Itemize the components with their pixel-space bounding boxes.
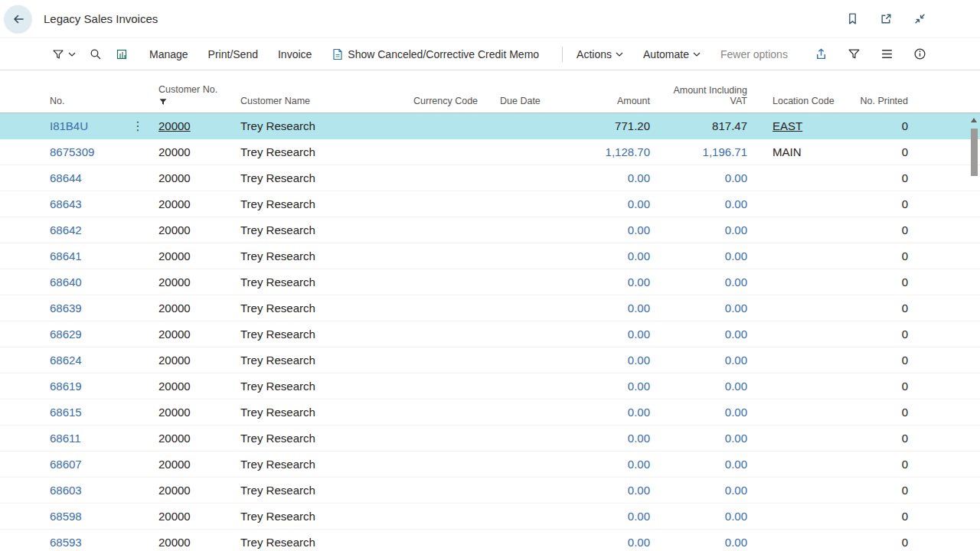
scrollbar-thumb[interactable] (971, 129, 978, 176)
amount-link[interactable]: 0.00 (628, 406, 650, 419)
column-header-amount-including-vat[interactable]: Amount Including VAT (652, 85, 749, 112)
share-icon[interactable] (811, 44, 831, 64)
amount-including-vat-link[interactable]: 0.00 (725, 484, 747, 497)
customer-no-value[interactable]: 20000 (158, 328, 191, 341)
amount-including-vat-link[interactable]: 0.00 (725, 171, 747, 184)
row-context-menu-icon[interactable]: ⋮ (132, 119, 144, 132)
search-icon[interactable] (90, 44, 102, 64)
invoice-no-link[interactable]: 68593 (50, 536, 82, 549)
customer-no-value[interactable]: 20000 (158, 197, 191, 210)
filter-icon[interactable] (844, 44, 864, 64)
invoice-no-link[interactable]: 68619 (50, 380, 82, 393)
invoice-no-link[interactable]: 68624 (50, 354, 82, 367)
info-icon[interactable] (910, 44, 929, 64)
table-row[interactable]: 867530920000Trey Research1,128.701,196.7… (0, 139, 980, 165)
customer-no-value[interactable]: 20000 (158, 536, 191, 549)
location-code-value[interactable]: MAIN (773, 145, 802, 158)
invoice-no-link[interactable]: 68643 (50, 197, 82, 210)
invoice-no-link[interactable]: 8675309 (50, 145, 94, 158)
table-row[interactable]: 6862420000Trey Research0.000.000 (0, 347, 980, 373)
table-row[interactable]: 6859820000Trey Research0.000.000 (0, 504, 980, 530)
amount-including-vat-link[interactable]: 0.00 (725, 510, 747, 523)
amount-including-vat-link[interactable]: 0.00 (725, 276, 747, 289)
table-row[interactable]: 6861120000Trey Research0.000.000 (0, 425, 980, 452)
amount-link[interactable]: 0.00 (628, 171, 650, 184)
vertical-scrollbar[interactable] (969, 115, 978, 551)
column-filter-icon[interactable] (158, 97, 229, 106)
analysis-mode-icon[interactable] (116, 44, 128, 64)
list-view-icon[interactable] (877, 44, 897, 64)
open-in-new-window-icon[interactable] (876, 9, 896, 29)
amount-link[interactable]: 0.00 (628, 249, 650, 262)
customer-no-value[interactable]: 20000 (158, 458, 191, 471)
amount-including-vat-link[interactable]: 0.00 (725, 197, 747, 210)
table-row[interactable]: 6859320000Trey Research0.000.000 (0, 530, 980, 551)
table-row[interactable]: 6864420000Trey Research0.000.000 (0, 165, 980, 191)
location-code-value[interactable]: EAST (773, 119, 802, 132)
amount-link[interactable]: 0.00 (628, 223, 650, 236)
amount-including-vat-link[interactable]: 0.00 (725, 223, 747, 236)
column-header-location-code[interactable]: Location Code (749, 96, 848, 112)
customer-no-value[interactable]: 20000 (158, 249, 191, 262)
amount-including-vat-link[interactable]: 0.00 (725, 536, 747, 549)
column-header-customer-no[interactable]: Customer No. (152, 84, 234, 112)
amount-link[interactable]: 0.00 (628, 354, 650, 367)
amount-including-vat-link[interactable]: 0.00 (725, 380, 747, 393)
column-header-amount[interactable]: Amount (560, 96, 652, 112)
amount-link[interactable]: 0.00 (628, 458, 650, 471)
customer-no-value[interactable]: 20000 (158, 510, 191, 523)
amount-link[interactable]: 0.00 (628, 510, 650, 523)
amount-including-vat-link[interactable]: 0.00 (725, 406, 747, 419)
amount-including-vat-link[interactable]: 0.00 (725, 302, 747, 315)
column-header-no[interactable]: No. (43, 96, 129, 112)
customer-no-value[interactable]: 20000 (158, 119, 191, 132)
amount-including-vat-link[interactable]: 0.00 (725, 432, 747, 445)
customer-no-value[interactable]: 20000 (158, 302, 191, 315)
invoice-no-link[interactable]: I81B4U (50, 119, 88, 132)
collapse-icon[interactable] (910, 9, 929, 29)
table-row[interactable]: 6862920000Trey Research0.000.000 (0, 321, 980, 347)
column-header-currency-code[interactable]: Currency Code (407, 96, 493, 112)
amount-including-vat-link[interactable]: 0.00 (725, 328, 747, 341)
customer-no-value[interactable]: 20000 (158, 223, 191, 236)
amount-link[interactable]: 1,128.70 (606, 145, 650, 158)
amount-including-vat-link[interactable]: 0.00 (725, 458, 747, 471)
invoice-no-link[interactable]: 68629 (50, 328, 82, 341)
fewer-options-button[interactable]: Fewer options (720, 48, 788, 60)
back-button[interactable] (5, 5, 31, 32)
menu-invoice[interactable]: Invoice (278, 48, 312, 60)
amount-link[interactable]: 0.00 (628, 536, 650, 549)
customer-no-value[interactable]: 20000 (158, 406, 191, 419)
amount-including-vat-link[interactable]: 0.00 (725, 249, 747, 262)
invoice-no-link[interactable]: 68603 (50, 484, 82, 497)
invoice-no-link[interactable]: 68615 (50, 406, 82, 419)
invoice-no-link[interactable]: 68641 (50, 249, 82, 262)
column-header-no-printed[interactable]: No. Printed (848, 96, 914, 112)
invoice-no-link[interactable]: 68644 (50, 171, 82, 184)
column-header-due-date[interactable]: Due Date (493, 96, 560, 112)
menu-automate[interactable]: Automate (643, 48, 701, 60)
table-row[interactable]: 6864320000Trey Research0.000.000 (0, 191, 980, 217)
customer-no-value[interactable]: 20000 (158, 432, 191, 445)
table-row[interactable]: 6861920000Trey Research0.000.000 (0, 373, 980, 399)
table-row[interactable]: 6864220000Trey Research0.000.000 (0, 217, 980, 243)
amount-link[interactable]: 0.00 (628, 302, 650, 315)
table-row[interactable]: 6860320000Trey Research0.000.000 (0, 478, 980, 504)
customer-no-value[interactable]: 20000 (158, 276, 191, 289)
menu-print-send[interactable]: Print/Send (208, 48, 258, 60)
amount-link[interactable]: 771.20 (615, 119, 650, 132)
invoice-no-link[interactable]: 68639 (50, 302, 82, 315)
scroll-up-arrow-icon[interactable] (969, 115, 978, 126)
customer-no-value[interactable]: 20000 (158, 354, 191, 367)
invoice-no-link[interactable]: 68640 (50, 276, 82, 289)
invoice-no-link[interactable]: 68642 (50, 223, 82, 236)
amount-link[interactable]: 0.00 (628, 328, 650, 341)
amount-link[interactable]: 0.00 (628, 276, 650, 289)
bookmark-icon[interactable] (842, 9, 862, 29)
amount-link[interactable]: 0.00 (628, 380, 650, 393)
column-header-customer-name[interactable]: Customer Name (234, 96, 407, 112)
menu-actions[interactable]: Actions (577, 48, 623, 60)
customer-no-value[interactable]: 20000 (158, 380, 191, 393)
table-row[interactable]: 6864020000Trey Research0.000.000 (0, 269, 980, 295)
amount-including-vat-link[interactable]: 0.00 (725, 354, 747, 367)
